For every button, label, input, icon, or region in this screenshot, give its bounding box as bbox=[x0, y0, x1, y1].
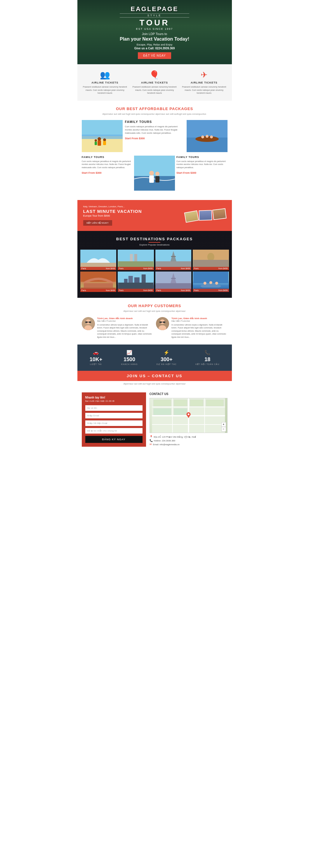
destination-item-3[interactable]: Paris from $499 bbox=[155, 250, 192, 270]
customer-info-1: Trinh Lan, Giám đốc kinh doanh Bảo hiểm … bbox=[97, 317, 153, 339]
destination-price-3: from $499 bbox=[181, 268, 190, 270]
hero-content: EAGLEPAGE STYLE TOUR EST USA SINCE 1997 … bbox=[120, 5, 189, 59]
svg-point-19 bbox=[155, 172, 159, 176]
package-center-image bbox=[134, 156, 175, 191]
destination-label-1: Paris from $499 bbox=[80, 267, 117, 270]
destination-name-7: Paris bbox=[157, 289, 161, 291]
destination-price-8: from $499 bbox=[218, 289, 228, 291]
packages-title: OUR BEST AFFORDABLE PACKAGES bbox=[82, 106, 227, 111]
customer-card-1: Trinh Lan, Giám đốc kinh doanh Bảo hiểm … bbox=[82, 317, 153, 339]
svg-rect-73 bbox=[153, 400, 171, 406]
feature-text-3: Praesent vestibulum aenean nonummy hendr… bbox=[182, 86, 226, 95]
package-row-1: FAMILY TOURS Cum sociis natoque penatibu… bbox=[82, 120, 227, 152]
feature-item-2: 🎈 AIRLINE TICKETS Praesent vestibulum ae… bbox=[132, 70, 177, 95]
svg-point-81 bbox=[187, 413, 189, 415]
brand-style: STYLE bbox=[120, 13, 189, 18]
feature-text-1: Praesent vestibulum aenean nonummy hendr… bbox=[83, 86, 127, 95]
email-line: ✉ Email: info@eaglemedia.vn bbox=[150, 443, 227, 446]
destination-price-5: from $499 bbox=[106, 289, 115, 291]
svg-rect-63 bbox=[159, 321, 162, 323]
phone-contact-icon: 📞 bbox=[150, 439, 153, 442]
customers-section: OUR HAPPY CUSTOMERS Alpernaur aut odit a… bbox=[78, 298, 232, 345]
destination-item-8[interactable]: Paris from $499 bbox=[193, 272, 229, 292]
customer-name-1: Trinh Lan, Giám đốc kinh doanh bbox=[97, 317, 153, 320]
last-minute-button[interactable]: ĐẶT LIÊN HỆ NGAY! bbox=[83, 220, 112, 226]
stat-item-4: 📞 18 KẾT NỐI TOÀN CẦU bbox=[195, 350, 219, 366]
phone-icon: 📞 bbox=[195, 350, 219, 355]
join-subtitle: Alpernaur aut odit aut fugit sed quia co… bbox=[78, 381, 232, 386]
customer-cards: Trinh Lan, Giám đốc kinh doanh Bảo hiểm … bbox=[82, 317, 227, 339]
package-col-right: FAMILY TOURS Cum sociis natoque penatibu… bbox=[177, 156, 227, 191]
hero-cta-button[interactable]: ĐẶT VÉ NGAY bbox=[138, 52, 171, 59]
svg-point-7 bbox=[95, 139, 97, 142]
destinations-grid: Paris from $499 Paris from $499 bbox=[80, 250, 229, 292]
form-title: Nhanh tay lên! bbox=[85, 396, 143, 399]
stat-label-2: KHÁCH HÀNG bbox=[121, 363, 138, 365]
hero-plan-text: Plan your Next Vacation Today! bbox=[120, 36, 189, 42]
svg-rect-77 bbox=[153, 408, 171, 415]
packages-section: OUR BEST AFFORDABLE PACKAGES Alpernatur … bbox=[78, 101, 232, 200]
destination-item-7[interactable]: Paris from $499 bbox=[155, 272, 192, 292]
svg-rect-18 bbox=[149, 176, 154, 183]
package-content-1: FAMILY TOURS Cum sociis natoque penatibu… bbox=[125, 120, 184, 152]
package-text-3: Cum sociis natoque penatibus et magnis d… bbox=[177, 160, 227, 169]
svg-rect-16 bbox=[134, 176, 175, 191]
destination-name-4: Paris bbox=[194, 268, 198, 270]
destination-price-6: from $499 bbox=[144, 289, 153, 291]
form-name-input[interactable] bbox=[85, 405, 143, 411]
package-price-3: Start From $300 bbox=[177, 172, 227, 174]
feature-text-2: Praesent vestibulum aenean nonummy hendr… bbox=[132, 86, 177, 95]
svg-rect-4 bbox=[97, 141, 101, 146]
email-icon: ✉ bbox=[150, 443, 152, 446]
brand-name: EAGLEPAGE bbox=[120, 5, 189, 13]
destination-item-6[interactable]: Paris from $499 bbox=[118, 272, 154, 292]
last-minute-photos bbox=[184, 209, 226, 222]
map-zoom-out[interactable]: − bbox=[221, 427, 226, 432]
map-controls[interactable]: + − bbox=[221, 422, 226, 432]
package-title-3: FAMILY TOURS bbox=[177, 156, 227, 158]
form-submit-button[interactable]: ĐĂNG KÝ NGAY bbox=[85, 436, 143, 443]
last-minute-title: LAST MINUTE VACATION bbox=[83, 209, 142, 214]
customers-title: OUR HAPPY CUSTOMERS bbox=[82, 304, 227, 308]
svg-point-52 bbox=[215, 282, 218, 285]
location-icon: 📍 bbox=[150, 435, 153, 438]
stat-label-4: KẾT NỐI TOÀN CẦU bbox=[195, 363, 219, 366]
destination-item-4[interactable]: Paris from $499 bbox=[193, 250, 229, 270]
customers-subtitle: Alpernaur aut odit aut fugit sed quia co… bbox=[82, 309, 227, 313]
destination-name-6: Paris bbox=[119, 289, 124, 291]
phone-text: Hotline: 234.3939.369 bbox=[154, 439, 175, 442]
svg-point-13 bbox=[206, 135, 209, 138]
package-price-1: Start From $300 bbox=[125, 137, 184, 140]
car-icon: 🚗 bbox=[90, 350, 102, 355]
address-text: Địa chỉ: 115 Phạm Văn Đồng, Vỹ Dạ, Huế bbox=[154, 436, 196, 438]
package-image-2 bbox=[187, 120, 227, 152]
feature-title-3: AIRLINE TICKETS bbox=[182, 81, 226, 84]
map-zoom-in[interactable]: + bbox=[221, 422, 226, 427]
destination-item-1[interactable]: Paris from $499 bbox=[80, 250, 117, 270]
customer-role-1: Bảo hiểm Prudential bbox=[97, 320, 153, 322]
destination-item-5[interactable]: Paris from $499 bbox=[80, 272, 117, 292]
customer-card-2: Trinh Lan, Giám đốc kinh doanh Bảo hiểm … bbox=[156, 317, 227, 339]
destinations-divider bbox=[149, 242, 160, 243]
destination-label-7: Paris from $499 bbox=[155, 289, 192, 292]
form-message-input[interactable] bbox=[85, 428, 143, 434]
form-phone-input[interactable] bbox=[85, 421, 143, 426]
svg-point-5 bbox=[103, 138, 106, 141]
svg-rect-76 bbox=[206, 400, 223, 406]
package-row-2: FAMILY TOURS Cum sociis natoque penatibu… bbox=[82, 156, 227, 191]
package-text-2: Cum sociis natoque penatibus et magnis d… bbox=[82, 160, 133, 169]
destination-item-2[interactable]: Paris from $499 bbox=[118, 250, 154, 270]
last-minute-content: Italy, Vietnam, Dresden, London, Paris..… bbox=[83, 205, 142, 226]
plane-icon: ✈ bbox=[182, 70, 226, 80]
destination-price-2: from $499 bbox=[144, 268, 153, 270]
destination-label-2: Paris from $499 bbox=[118, 267, 154, 270]
address-line: 📍 Địa chỉ: 115 Phạm Văn Đồng, Vỹ Dạ, Huế bbox=[150, 435, 227, 438]
svg-rect-57 bbox=[85, 321, 88, 323]
svg-point-17 bbox=[149, 171, 154, 176]
form-email-input[interactable] bbox=[85, 413, 143, 418]
balloon-icon: 🎈 bbox=[132, 70, 177, 80]
package-title-2: FAMILY TOURS bbox=[82, 156, 133, 158]
last-minute-photo-1 bbox=[184, 211, 198, 223]
stat-item-1: 🚗 10K+ LƯỢT TẢI bbox=[90, 350, 102, 366]
destination-price-7: from $499 bbox=[181, 289, 190, 291]
